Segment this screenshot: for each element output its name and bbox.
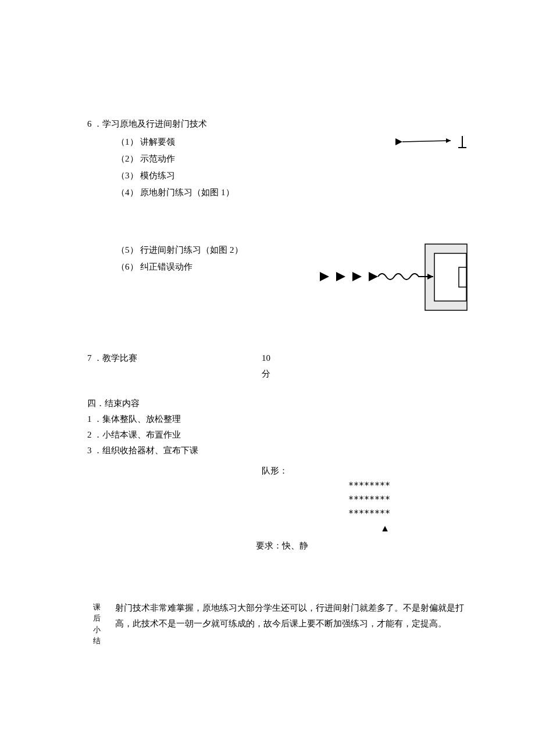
formation-row: ******** [273, 493, 465, 507]
section-4-heading: 四．结束内容 [87, 396, 465, 411]
svg-line-1 [402, 141, 451, 142]
summary-text: 射门技术非常难掌握，原地练习大部分学生还可以，行进间射门就差多了。不是射偏就是打… [115, 600, 465, 647]
svg-marker-0 [395, 138, 402, 145]
svg-marker-2 [446, 138, 451, 143]
svg-marker-9 [336, 272, 345, 281]
svg-marker-11 [369, 272, 378, 281]
section-6-heading: 6 ．学习原地及行进间射门技术 [87, 116, 465, 132]
summary-label: 课后小结 [93, 600, 104, 647]
list-item: （3） 模仿练习 [116, 168, 465, 184]
formation-label: 队形： [262, 463, 465, 479]
formation-row: ******** [273, 507, 465, 521]
list-item: （4） 原地射门练习（如图 1） [116, 185, 465, 200]
triangle-mark-icon: ▲ [273, 521, 465, 536]
section-7-label: 7 ．教学比赛 [87, 350, 262, 382]
svg-rect-7 [459, 267, 466, 287]
formation-row: ******** [273, 479, 465, 493]
list-item: 3 ．组织收拾器材、宣布下课 [87, 443, 465, 458]
figure-2 [317, 243, 468, 317]
list-item: 1 ．集体整队、放松整理 [87, 411, 465, 427]
figure-1 [393, 135, 468, 154]
section-7-time: 10 分 [262, 350, 270, 382]
section-7: 7 ．教学比赛 10 分 [87, 350, 465, 382]
list-item: 2 ．小结本课、布置作业 [87, 427, 465, 443]
formation-diagram: ******** ******** ******** ▲ [262, 479, 465, 536]
svg-marker-8 [320, 272, 329, 281]
formation-block: 队形： ******** ******** ******** ▲ [87, 463, 465, 536]
requirement: 要求：快、静 [87, 538, 465, 554]
time-value: 10 [262, 350, 270, 366]
time-unit: 分 [262, 366, 270, 382]
section-4: 四．结束内容 1 ．集体整队、放松整理 2 ．小结本课、布置作业 3 ．组织收拾… [87, 396, 465, 458]
svg-marker-10 [352, 272, 362, 281]
summary-section: 课后小结 射门技术非常难掌握，原地练习大部分学生还可以，行进间射门就差多了。不是… [87, 600, 465, 647]
